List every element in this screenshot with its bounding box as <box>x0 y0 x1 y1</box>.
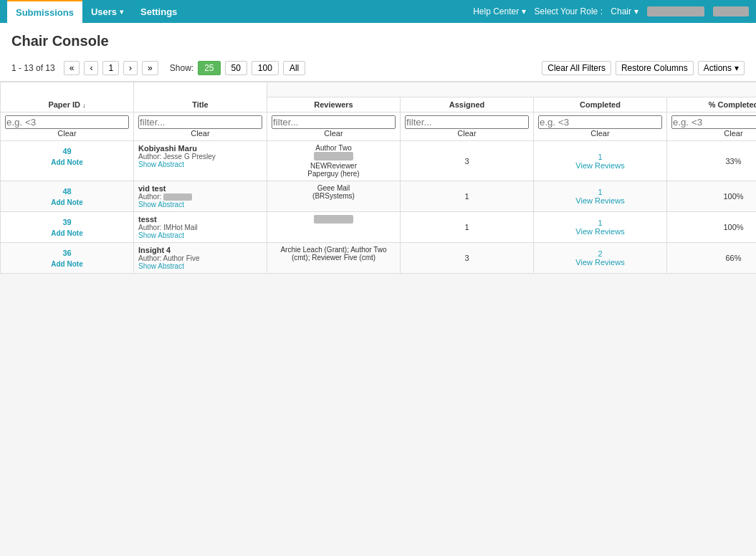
title-cell-48: vid test Author: Show Abstract <box>134 181 267 212</box>
pagination-bar: 1 - 13 of 13 « ‹ 1 › » Show: 25 50 100 A… <box>0 55 756 82</box>
review-completed-col-header: Completed <box>534 97 667 112</box>
review-assigned-39: 1 <box>401 212 534 243</box>
review-completed-filter-input[interactable] <box>538 115 662 129</box>
nav-users[interactable]: Users ▾ <box>82 0 132 23</box>
paper-id-link-36[interactable]: 36 <box>62 249 71 257</box>
review-completed-filter-cell: Clear <box>534 112 667 141</box>
view-reviews-link-49[interactable]: 1View Reviews <box>538 153 662 170</box>
reviewer-blurred-49 <box>314 152 353 160</box>
page-title: Chair Console <box>11 33 745 49</box>
role-selector[interactable]: Select Your Role : Chair ▾ <box>535 6 638 16</box>
review-assigned-col-header: Assigned <box>401 97 534 112</box>
nav-submissions[interactable]: Submissions <box>7 0 82 23</box>
reviewers-cell-36: Archie Leach (Grant); Author Two (cmt); … <box>267 243 401 274</box>
show-all-button[interactable]: All <box>283 61 305 75</box>
reviewer-blurred-39 <box>314 215 353 224</box>
view-reviews-link-48[interactable]: 1View Reviews <box>538 188 662 205</box>
reviewers-cell-49: Author Two NEWReviewerPaperguy (here) <box>267 141 401 181</box>
author-49: Author: Jesse G Presley <box>138 153 262 160</box>
reviewers-col-header: Reviewers <box>267 97 401 112</box>
next-page-button[interactable]: › <box>123 61 138 75</box>
reviewers-filter-clear[interactable]: Clear <box>324 129 343 138</box>
paper-title-36: Insight 4 <box>138 246 262 254</box>
add-note-36[interactable]: Add Note <box>5 260 129 268</box>
review-pct-39: 100% <box>667 212 757 243</box>
review-assigned-clear[interactable]: Clear <box>457 129 476 138</box>
show-abstract-39[interactable]: Show Abstract <box>138 231 262 239</box>
show-abstract-48[interactable]: Show Abstract <box>138 201 262 208</box>
show-abstract-36[interactable]: Show Abstract <box>138 262 262 270</box>
prev-page-button[interactable]: ‹ <box>84 61 98 75</box>
paper-id-filter-clear[interactable]: Clear <box>57 129 76 138</box>
title-cell-39: tesst Author: IMHot Mail Show Abstract <box>134 212 267 243</box>
add-note-39[interactable]: Add Note <box>5 229 129 237</box>
paper-id-cell-36: 36 Add Note <box>1 243 134 274</box>
view-reviews-link-39[interactable]: 1View Reviews <box>538 219 662 236</box>
title-cell-49: Kobiyashi Maru Author: Jesse G Presley S… <box>134 141 267 181</box>
help-center-link[interactable]: Help Center ▾ <box>473 6 525 16</box>
user-name <box>647 6 704 16</box>
paper-id-link-48[interactable]: 48 <box>62 187 71 196</box>
reviewers-cell-39 <box>267 212 401 243</box>
paper-id-link-39[interactable]: 39 <box>62 218 71 226</box>
add-note-49[interactable]: Add Note <box>5 158 129 166</box>
paper-id-cell-49: 49 Add Note <box>1 141 134 181</box>
group-header-row: Paper ID ↓ Title Review Meta-Review <box>1 82 757 97</box>
review-assigned-49: 3 <box>401 141 534 181</box>
title-header: Title <box>134 82 267 112</box>
review-assigned-filter-input[interactable] <box>405 115 529 129</box>
nav-settings[interactable]: Settings <box>132 0 186 23</box>
show-50-button[interactable]: 50 <box>225 61 247 75</box>
title-filter-cell: Clear <box>134 112 267 141</box>
current-page-button[interactable]: 1 <box>102 61 119 75</box>
reviewers-filter-input[interactable] <box>272 115 396 129</box>
review-assigned-48: 1 <box>401 181 534 212</box>
user-avatar <box>713 6 749 16</box>
show-abstract-49[interactable]: Show Abstract <box>138 160 262 168</box>
review-completed-clear[interactable]: Clear <box>590 129 609 138</box>
table-row: 39 Add Note tesst Author: IMHot Mail Sho… <box>1 212 757 243</box>
review-pct-49: 33% <box>667 141 757 181</box>
actions-caret-icon: ▾ <box>735 63 739 73</box>
review-pct-clear[interactable]: Clear <box>724 129 742 138</box>
reviewers-cell-48: Geee Mail(BRSystems) <box>267 181 401 212</box>
paper-id-cell-48: 48 Add Note <box>1 181 134 212</box>
add-note-48[interactable]: Add Note <box>5 198 129 206</box>
review-pct-col-header: % Completed <box>667 97 757 112</box>
paper-id-filter-input[interactable] <box>5 115 129 129</box>
show-100-button[interactable]: 100 <box>252 61 279 75</box>
page-header: Chair Console <box>0 23 756 55</box>
review-group-header: Review <box>267 82 757 97</box>
reviewers-filter-cell: Clear <box>267 112 401 141</box>
last-page-button[interactable]: » <box>142 61 158 75</box>
title-filter-input[interactable] <box>138 115 262 129</box>
pagination-range: 1 - 13 of 13 <box>11 63 55 73</box>
help-caret-icon: ▾ <box>522 6 526 16</box>
review-pct-36: 66% <box>667 243 757 274</box>
view-reviews-link-36[interactable]: 2View Reviews <box>538 249 662 267</box>
table-row: 49 Add Note Kobiyashi Maru Author: Jesse… <box>1 141 757 181</box>
paper-title-49: Kobiyashi Maru <box>138 144 262 153</box>
main-table-wrapper: Paper ID ↓ Title Review Meta-Review Revi… <box>0 82 756 274</box>
review-pct-48: 100% <box>667 181 757 212</box>
title-filter-clear[interactable]: Clear <box>191 129 209 138</box>
sort-icon: ↓ <box>82 102 86 109</box>
actions-dropdown-button[interactable]: Actions ▾ <box>698 61 745 75</box>
paper-id-link-49[interactable]: 49 <box>62 147 71 155</box>
role-caret-icon: ▾ <box>634 6 638 16</box>
submissions-table: Paper ID ↓ Title Review Meta-Review Revi… <box>0 82 756 274</box>
review-assigned-filter-cell: Clear <box>401 112 534 141</box>
paper-id-header: Paper ID ↓ <box>1 82 134 112</box>
title-cell-36: Insight 4 Author: Author Five Show Abstr… <box>134 243 267 274</box>
paper-id-filter-cell: Clear <box>1 112 134 141</box>
restore-columns-button[interactable]: Restore Columns <box>616 61 694 75</box>
clear-filters-button[interactable]: Clear All Filters <box>542 61 611 75</box>
review-completed-49: 1View Reviews <box>534 141 667 181</box>
review-assigned-36: 3 <box>401 243 534 274</box>
show-25-button[interactable]: 25 <box>198 61 220 75</box>
review-completed-36: 2View Reviews <box>534 243 667 274</box>
review-pct-filter-cell: Clear <box>667 112 757 141</box>
first-page-button[interactable]: « <box>64 61 80 75</box>
review-pct-filter-input[interactable] <box>671 115 756 129</box>
users-caret-icon: ▾ <box>120 8 123 16</box>
